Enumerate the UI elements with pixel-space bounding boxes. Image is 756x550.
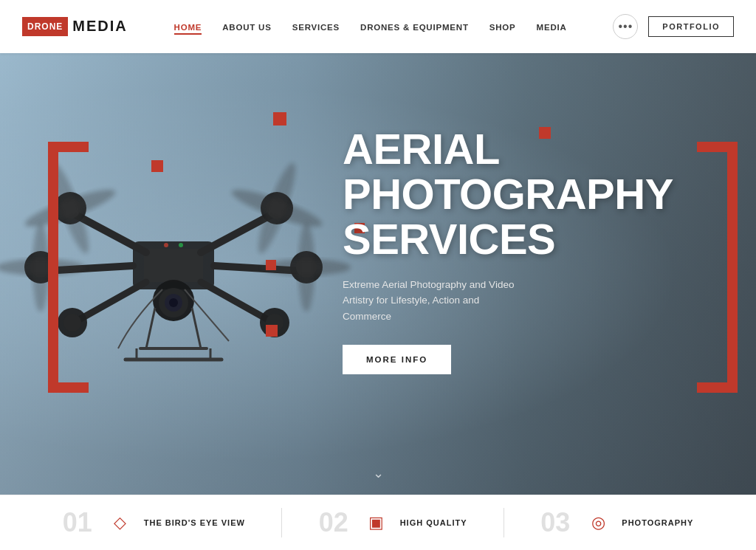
nav-link-services[interactable]: SERVICES bbox=[292, 23, 340, 32]
hero-title: AERIAL PHOTOGRAPHY SERVICES bbox=[343, 127, 697, 262]
bottom-item-2: 02 ▣ HIGH QUALITY bbox=[319, 509, 467, 536]
divider-1 bbox=[281, 508, 282, 537]
nav-item-home[interactable]: HOME bbox=[174, 20, 202, 33]
bottom-item-3: 03 ◎ PHOTOGRAPHY bbox=[540, 509, 693, 536]
bottom-icon-3: ◎ bbox=[583, 513, 613, 532]
logo-box: DRONE bbox=[22, 17, 68, 36]
bottom-icon-1: ◇ bbox=[106, 513, 135, 532]
bottom-icon-2: ▣ bbox=[362, 513, 391, 532]
svg-rect-1 bbox=[144, 249, 203, 282]
svg-line-33 bbox=[192, 308, 201, 348]
bottom-label-3: PHOTOGRAPHY bbox=[622, 518, 693, 527]
red-square-2 bbox=[151, 160, 163, 172]
svg-point-31 bbox=[298, 223, 315, 312]
logo-text: MEDIA bbox=[72, 18, 127, 35]
divider-2 bbox=[504, 508, 504, 537]
nav-link-about[interactable]: ABOUT US bbox=[222, 23, 271, 32]
navbar: DRONE MEDIA HOME ABOUT US SERVICES DRONE… bbox=[0, 0, 756, 53]
scroll-indicator[interactable]: ⌄ bbox=[373, 465, 384, 481]
hero-content: AERIAL PHOTOGRAPHY SERVICES Extreme Aeri… bbox=[343, 127, 697, 374]
bottom-item-1: 01 ◇ THE BIRD'S EYE VIEW bbox=[63, 509, 245, 536]
bracket-right bbox=[697, 142, 738, 393]
svg-point-39 bbox=[179, 243, 183, 247]
bracket-left bbox=[48, 142, 89, 393]
logo[interactable]: DRONE MEDIA bbox=[22, 17, 128, 36]
bottom-number-1: 01 bbox=[63, 509, 92, 536]
red-square-4 bbox=[266, 325, 278, 337]
hero-background: AERIAL PHOTOGRAPHY SERVICES Extreme Aeri… bbox=[0, 53, 756, 495]
svg-point-29 bbox=[32, 223, 49, 312]
nav-item-drones[interactable]: DRONES & EQUIPMENT bbox=[360, 20, 469, 33]
red-square-3 bbox=[266, 260, 276, 270]
nav-link-drones[interactable]: DRONES & EQUIPMENT bbox=[360, 23, 469, 32]
svg-line-32 bbox=[146, 308, 155, 348]
hero-section: AERIAL PHOTOGRAPHY SERVICES Extreme Aeri… bbox=[0, 53, 756, 495]
bottom-label-2: HIGH QUALITY bbox=[400, 518, 467, 527]
hero-cta-button[interactable]: MORE INFO bbox=[343, 345, 451, 374]
nav-item-about[interactable]: ABOUT US bbox=[222, 20, 271, 33]
svg-point-5 bbox=[169, 298, 178, 307]
nav-item-services[interactable]: SERVICES bbox=[292, 20, 340, 33]
hero-subtitle: Extreme Aerial Photography and Video Art… bbox=[343, 277, 520, 325]
nav-link-home[interactable]: HOME bbox=[174, 23, 202, 35]
red-square-1 bbox=[273, 112, 286, 126]
portfolio-button[interactable]: PORTFOLIO bbox=[648, 16, 734, 37]
nav-link-shop[interactable]: SHOP bbox=[489, 23, 516, 32]
nav-item-shop[interactable]: SHOP bbox=[489, 20, 516, 33]
nav-menu: HOME ABOUT US SERVICES DRONES & EQUIPMEN… bbox=[174, 20, 567, 33]
svg-point-38 bbox=[164, 243, 168, 247]
bottom-number-2: 02 bbox=[319, 509, 348, 536]
bottom-number-3: 03 bbox=[540, 509, 570, 536]
bottom-label-1: THE BIRD'S EYE VIEW bbox=[144, 518, 245, 527]
nav-link-media[interactable]: MEDIA bbox=[537, 23, 567, 32]
nav-item-media[interactable]: MEDIA bbox=[537, 20, 567, 33]
more-menu-button[interactable]: ••• bbox=[613, 14, 638, 39]
bottom-section: 01 ◇ THE BIRD'S EYE VIEW 02 ▣ HIGH QUALI… bbox=[0, 495, 756, 550]
